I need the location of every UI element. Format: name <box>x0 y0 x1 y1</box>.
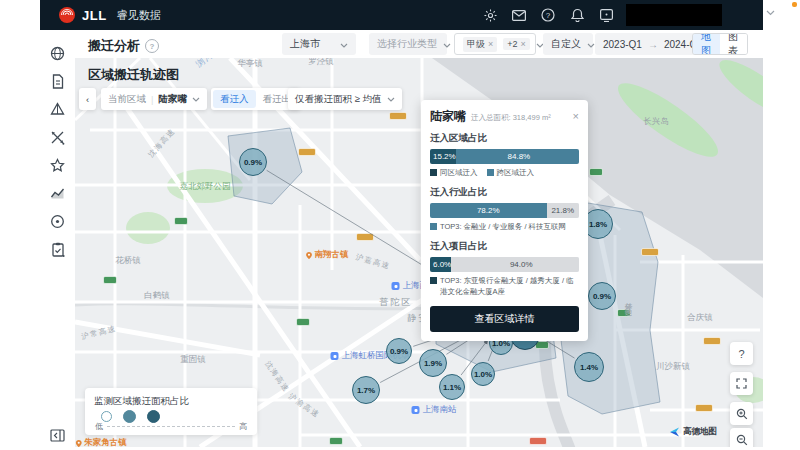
region-detail-popup: 陆家嘴 迁入总面积: 318,499 m² × 迁入区域占比 15.2%84.8… <box>421 100 588 341</box>
industry-select[interactable]: 选择行业类型 <box>369 33 447 55</box>
remove-tag-icon[interactable]: × <box>488 39 493 49</box>
page-title: 搬迁分析 ? <box>88 37 159 55</box>
section-title: 迁入区域占比 <box>430 132 579 145</box>
view-region-detail-button[interactable]: 查看区域详情 <box>430 306 579 332</box>
bar-legend: 同区域迁入跨区域迁入 <box>430 168 579 179</box>
amap-logo-icon <box>670 427 680 437</box>
migration-bubble[interactable]: 1.0% <box>471 362 495 386</box>
stacked-bar: 6.0%94.0% <box>430 257 579 272</box>
chevron-down-icon <box>587 39 595 50</box>
road-shield-icon <box>299 149 316 156</box>
jll-logo-icon <box>58 6 76 24</box>
mail-icon[interactable] <box>512 8 526 22</box>
bar-segment: 78.2% <box>430 203 547 218</box>
view-inflow-tab[interactable]: 看迁入 <box>213 90 256 108</box>
chart-icon[interactable] <box>49 184 67 202</box>
map-canvas[interactable]: 区域搬迁轨迹图 ‹ 当前区域 | 陆家嘴 看迁入 看迁出 仅看搬迁面积 ≥ 均值… <box>75 58 763 447</box>
view-map-button[interactable]: 地图 <box>692 33 721 55</box>
road-shield-icon <box>175 218 188 225</box>
view-chart-button[interactable]: 图表 <box>720 34 747 54</box>
brand-name: JLL <box>82 8 107 23</box>
legend-high-label: 高 <box>239 421 247 432</box>
grade-multiselect[interactable]: 甲级× +2× <box>454 33 536 55</box>
area-filter-select[interactable]: 仅看搬迁面积 ≥ 均值 <box>288 88 402 110</box>
page-toolbar: 搬迁分析 ? 上海市 选择行业类型 甲级× +2× 自定义 2023-Q1 → … <box>75 30 763 58</box>
clipboard-icon[interactable] <box>49 240 67 258</box>
legend-swatch <box>487 169 494 176</box>
road-shield-icon <box>618 310 631 317</box>
map-legend: 监测区域搬迁面积占比 低 高 <box>85 388 257 435</box>
range-arrow: → <box>648 39 658 50</box>
in-out-toggle: 看迁入 看迁出 <box>211 88 300 110</box>
period-mode-select[interactable]: 自定义 <box>543 33 593 55</box>
brand[interactable]: JLL 睿见数据 <box>58 6 161 24</box>
view-toggle: 地图 图表 <box>692 33 748 55</box>
legend-item: TOP3: 金融业 / 专业服务 / 科技互联网 <box>430 222 566 233</box>
legend-item: TOP3: 东亚银行金融大厦 / 越秀大厦 / 临港文化金融大厦A座 <box>430 276 579 298</box>
city-select[interactable]: 上海市 <box>282 33 356 55</box>
zoom-out-button[interactable] <box>730 428 753 447</box>
star-icon[interactable] <box>49 156 67 174</box>
legend-title: 监测区域搬迁面积占比 <box>94 395 248 408</box>
migration-bubble[interactable]: 0.9% <box>239 148 267 176</box>
road-shield-icon <box>357 234 374 241</box>
zoom-out-icon <box>736 434 748 446</box>
prism-icon[interactable] <box>49 100 67 118</box>
bar-segment: 15.2% <box>430 149 456 164</box>
bar-segment: 84.8% <box>456 149 579 164</box>
bar-legend: TOP3: 金融业 / 专业服务 / 科技互联网 <box>430 222 579 233</box>
product-name: 睿见数据 <box>117 8 161 23</box>
target-icon[interactable] <box>49 212 67 230</box>
chevron-down-icon <box>192 97 200 102</box>
grade-tag-more: +2× <box>503 38 530 50</box>
region-select[interactable]: 当前区域 | 陆家嘴 <box>101 88 207 110</box>
chevron-down-icon <box>387 97 395 102</box>
migrate-icon[interactable] <box>49 128 67 146</box>
collapse-icon[interactable] <box>49 426 67 444</box>
legend-low-label: 低 <box>95 421 103 432</box>
migration-bubble[interactable]: 1.9% <box>419 349 447 377</box>
close-icon[interactable]: × <box>573 111 579 122</box>
legend-swatch <box>430 277 437 284</box>
migration-bubble[interactable]: 1.1% <box>439 374 465 400</box>
zoom-in-button[interactable] <box>730 402 753 425</box>
road-shield-icon <box>297 319 310 326</box>
bar-segment: 94.0% <box>451 257 579 272</box>
help-icon[interactable]: ? <box>541 8 555 22</box>
road-shield-icon <box>704 338 721 345</box>
legend-swatch <box>430 223 437 230</box>
fullscreen-icon <box>736 378 747 389</box>
document-icon[interactable] <box>49 72 67 90</box>
migration-bubble[interactable]: 0.9% <box>386 338 412 364</box>
road-shield-icon <box>330 438 343 445</box>
left-sidebar <box>40 30 75 450</box>
popup-title: 陆家嘴 <box>430 108 466 125</box>
bar-legend: TOP3: 东亚银行金融大厦 / 越秀大厦 / 临港文化金融大厦A座 <box>430 276 579 298</box>
redacted-username <box>626 4 722 26</box>
chevron-down-icon <box>443 39 451 50</box>
settings-icon[interactable] <box>483 8 497 22</box>
road-shield-icon <box>642 249 659 256</box>
title-help-icon[interactable]: ? <box>145 39 159 53</box>
browser-chevron-icon[interactable] <box>766 7 775 18</box>
back-button[interactable]: ‹ <box>79 88 96 110</box>
road-shield-icon <box>530 438 547 445</box>
fullscreen-button[interactable] <box>730 372 753 395</box>
legend-swatch <box>430 169 437 176</box>
migration-bubble[interactable]: 1.4% <box>574 352 604 382</box>
bell-icon[interactable] <box>570 8 584 22</box>
road-shield-icon <box>590 169 603 176</box>
remove-tag-icon[interactable]: × <box>521 39 526 49</box>
globe-icon[interactable] <box>49 44 67 62</box>
map-attribution: 高德地图 <box>670 426 717 438</box>
section-title: 迁入行业占比 <box>430 186 579 199</box>
migration-bubble[interactable]: 0.9% <box>588 282 616 310</box>
road-shield-icon <box>104 277 117 284</box>
svg-text:?: ? <box>546 11 551 20</box>
grade-tag: 甲级× <box>463 37 497 52</box>
feedback-icon[interactable] <box>599 8 613 22</box>
migration-bubble[interactable]: 1.7% <box>352 376 380 404</box>
stacked-bar: 78.2%21.8% <box>430 203 579 218</box>
map-help-button[interactable]: ? <box>730 342 753 365</box>
legend-item: 跨区域迁入 <box>487 168 535 179</box>
